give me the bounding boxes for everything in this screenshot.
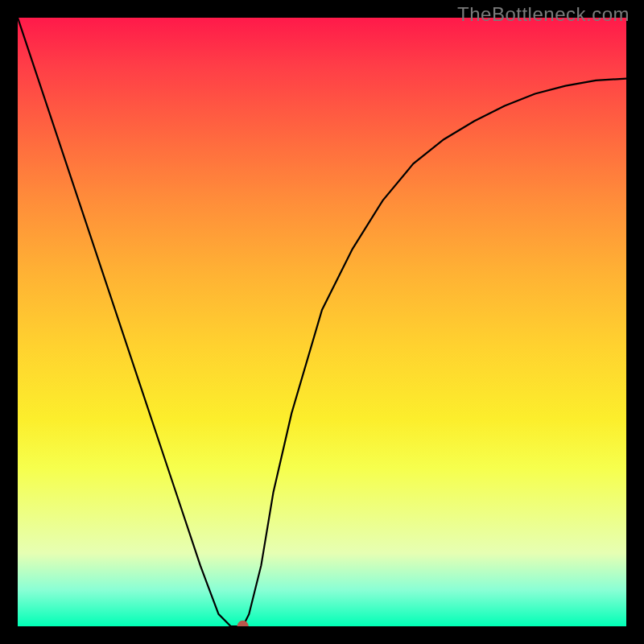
- curve-right-branch: [243, 79, 626, 626]
- plot-area: [18, 18, 626, 626]
- chart-frame: TheBottleneck.com: [0, 0, 644, 644]
- watermark-text: TheBottleneck.com: [457, 3, 630, 26]
- curve-left-branch: [18, 18, 231, 626]
- optimum-marker: [237, 621, 249, 626]
- bottleneck-curve: [18, 18, 626, 626]
